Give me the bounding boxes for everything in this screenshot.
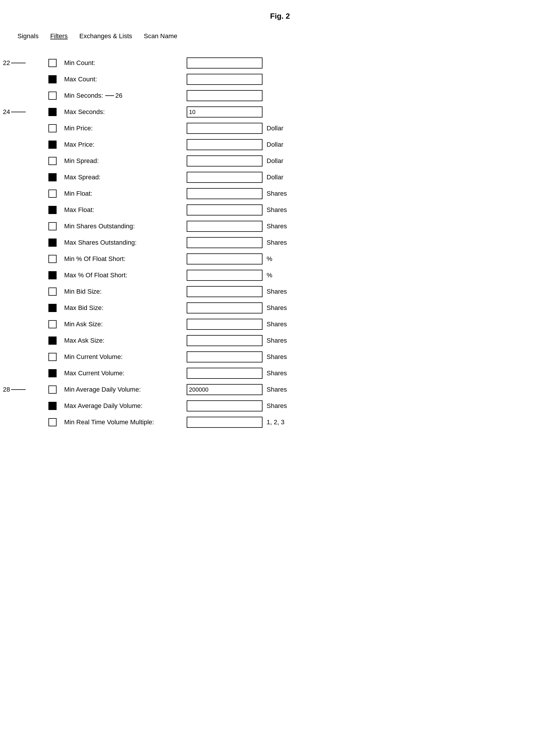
label-max-pct-float-short: Max % Of Float Short: (64, 272, 187, 279)
checkbox-max-avg-daily-volume[interactable] (48, 402, 57, 410)
nav-filters[interactable]: Filters (50, 32, 68, 40)
checkbox-max-spread[interactable] (48, 173, 57, 181)
row-min-shares-outstanding: Min Shares Outstanding: Shares (41, 221, 543, 232)
input-min-bid-size[interactable] (187, 286, 263, 297)
checkbox-col-max-float (41, 206, 64, 214)
checkbox-min-current-volume[interactable] (48, 353, 57, 361)
checkbox-max-shares-outstanding[interactable] (48, 239, 57, 247)
nav-exchanges[interactable]: Exchanges & Lists (79, 32, 132, 40)
input-col-max-ask-size (187, 335, 263, 346)
checkbox-min-rt-volume-multiple[interactable] (48, 418, 57, 426)
input-min-ask-size[interactable] (187, 319, 263, 330)
row-max-ask-size: Max Ask Size: Shares (41, 335, 543, 346)
unit-max-float: Shares (263, 206, 292, 214)
input-min-pct-float-short[interactable] (187, 254, 263, 265)
input-min-avg-daily-volume[interactable] (187, 384, 263, 395)
checkbox-min-seconds[interactable] (48, 92, 57, 100)
input-min-count[interactable] (187, 57, 263, 69)
label-min-ask-size: Min Ask Size: (64, 321, 187, 328)
label-max-price: Max Price: (64, 141, 187, 148)
checkbox-min-avg-daily-volume[interactable] (48, 385, 57, 394)
checkbox-col-max-spread (41, 173, 64, 181)
checkbox-col-max-shares-outstanding (41, 239, 64, 247)
input-col-min-rt-volume-multiple (187, 417, 263, 428)
row-min-bid-size: Min Bid Size: Shares (41, 286, 543, 297)
unit-max-bid-size: Shares (263, 304, 292, 312)
checkbox-col-min-current-volume (41, 353, 64, 361)
checkbox-min-spread[interactable] (48, 157, 57, 165)
checkbox-min-float[interactable] (48, 190, 57, 198)
label-min-seconds: Min Seconds: 26 (64, 92, 187, 99)
input-col-max-spread (187, 172, 263, 183)
row-min-seconds: Min Seconds: 26 (41, 90, 543, 101)
input-min-rt-volume-multiple[interactable] (187, 417, 263, 428)
checkbox-min-pct-float-short[interactable] (48, 255, 57, 263)
input-min-float[interactable] (187, 188, 263, 199)
input-max-bid-size[interactable] (187, 303, 263, 314)
checkbox-col-min-seconds (41, 92, 64, 100)
checkbox-col-max-pct-float-short (41, 271, 64, 279)
row-max-price: Max Price: Dollar (41, 139, 543, 150)
input-min-seconds[interactable] (187, 90, 263, 101)
checkbox-min-shares-outstanding[interactable] (48, 222, 57, 230)
row-max-float: Max Float: Shares (41, 205, 543, 216)
nav-scan-name[interactable]: Scan Name (144, 32, 177, 40)
checkbox-min-bid-size[interactable] (48, 288, 57, 296)
input-col-max-seconds (187, 106, 263, 118)
input-min-spread[interactable] (187, 155, 263, 167)
unit-max-shares-outstanding: Shares (263, 239, 292, 247)
checkbox-col-max-current-volume (41, 369, 64, 377)
checkbox-max-current-volume[interactable] (48, 369, 57, 377)
input-max-pct-float-short[interactable] (187, 270, 263, 281)
row-min-avg-daily-volume: 28 Min Average Daily Volume: Shares (41, 384, 543, 395)
checkbox-max-bid-size[interactable] (48, 304, 57, 312)
input-col-max-price (187, 139, 263, 150)
checkbox-max-seconds[interactable] (48, 108, 57, 116)
annotation-26-inline: 26 (105, 92, 122, 99)
row-min-current-volume: Min Current Volume: Shares (41, 352, 543, 363)
row-max-bid-size: Max Bid Size: Shares (41, 303, 543, 314)
label-max-avg-daily-volume: Max Average Daily Volume: (64, 402, 187, 410)
input-max-price[interactable] (187, 139, 263, 150)
input-col-min-spread (187, 155, 263, 167)
label-min-float: Min Float: (64, 190, 187, 198)
unit-max-price: Dollar (263, 141, 292, 148)
label-max-spread: Max Spread: (64, 174, 187, 181)
input-max-float[interactable] (187, 205, 263, 216)
input-col-max-shares-outstanding (187, 237, 263, 248)
unit-max-avg-daily-volume: Shares (263, 402, 292, 410)
input-max-shares-outstanding[interactable] (187, 237, 263, 248)
checkbox-min-count[interactable] (48, 59, 57, 67)
input-max-avg-daily-volume[interactable] (187, 400, 263, 411)
checkbox-min-ask-size[interactable] (48, 320, 57, 328)
checkbox-col-min-pct-float-short (41, 255, 64, 263)
checkbox-max-float[interactable] (48, 206, 57, 214)
input-col-max-avg-daily-volume (187, 400, 263, 411)
input-min-price[interactable] (187, 123, 263, 134)
input-col-min-avg-daily-volume (187, 384, 263, 395)
row-min-pct-float-short: Min % Of Float Short: % (41, 254, 543, 265)
unit-min-current-volume: Shares (263, 353, 292, 361)
input-max-seconds[interactable] (187, 106, 263, 118)
checkbox-col-min-rt-volume-multiple (41, 418, 64, 426)
input-max-spread[interactable] (187, 172, 263, 183)
unit-max-current-volume: Shares (263, 369, 292, 377)
unit-min-pct-float-short: % (263, 255, 292, 263)
checkbox-min-price[interactable] (48, 124, 57, 132)
row-max-count: Max Count: (41, 74, 543, 85)
nav-signals[interactable]: Signals (17, 32, 39, 40)
input-min-current-volume[interactable] (187, 352, 263, 363)
label-max-bid-size: Max Bid Size: (64, 304, 187, 312)
checkbox-max-pct-float-short[interactable] (48, 271, 57, 279)
checkbox-max-count[interactable] (48, 75, 57, 83)
checkbox-max-price[interactable] (48, 141, 57, 149)
checkbox-max-ask-size[interactable] (48, 337, 57, 345)
input-max-count[interactable] (187, 74, 263, 85)
row-min-price: Min Price: Dollar (41, 123, 543, 134)
input-max-current-volume[interactable] (187, 368, 263, 379)
input-min-shares-outstanding[interactable] (187, 221, 263, 232)
input-col-min-pct-float-short (187, 254, 263, 265)
input-max-ask-size[interactable] (187, 335, 263, 346)
row-max-pct-float-short: Max % Of Float Short: % (41, 270, 543, 281)
checkbox-col-min-price (41, 124, 64, 132)
